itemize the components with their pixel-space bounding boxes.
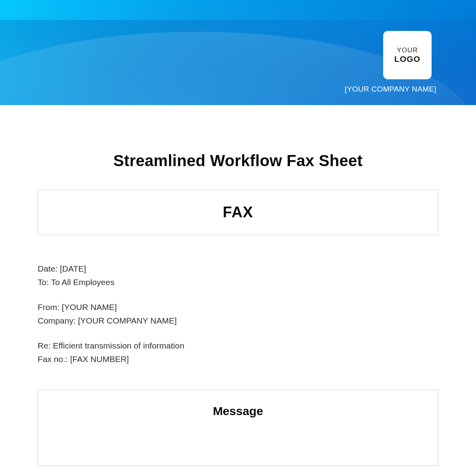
company-name-header: [YOUR COMPANY NAME] — [345, 85, 436, 94]
re-label: Re: — [38, 341, 53, 350]
field-faxno: Fax no.: [FAX NUMBER] — [38, 352, 438, 366]
field-date: Date: [DATE] — [38, 262, 438, 276]
field-group-subject: Re: Efficient transmission of informatio… — [38, 339, 438, 366]
date-value: [DATE] — [60, 264, 86, 273]
field-to: To: To All Employees — [38, 276, 438, 289]
fax-heading-box: FAX — [38, 190, 438, 235]
company-label: Company: — [38, 316, 78, 325]
message-box: Message — [38, 390, 438, 466]
header-banner: YOUR LOGO [YOUR COMPANY NAME] — [0, 0, 476, 105]
logo-text-bottom: LOGO — [394, 54, 420, 64]
company-value: [YOUR COMPANY NAME] — [78, 316, 177, 325]
faxno-value: [FAX NUMBER] — [70, 354, 129, 364]
to-label: To: — [38, 278, 51, 287]
from-label: From: — [38, 303, 62, 312]
field-company: Company: [YOUR COMPANY NAME] — [38, 314, 438, 328]
fax-fields: Date: [DATE] To: To All Employees From: … — [38, 262, 438, 366]
field-re: Re: Efficient transmission of informatio… — [38, 339, 438, 352]
field-group-recipient: Date: [DATE] To: To All Employees — [38, 262, 438, 289]
to-value: To All Employees — [51, 278, 114, 287]
field-from: From: [YOUR NAME] — [38, 301, 438, 314]
re-value: Efficient transmission of information — [53, 341, 184, 350]
logo-placeholder: YOUR LOGO — [383, 31, 432, 79]
document-title: Streamlined Workflow Fax Sheet — [38, 152, 438, 170]
message-heading-label: Message — [38, 404, 438, 418]
document-content: Streamlined Workflow Fax Sheet FAX Date:… — [0, 152, 476, 466]
fax-heading-label: FAX — [38, 204, 438, 221]
date-label: Date: — [38, 264, 60, 273]
field-group-sender: From: [YOUR NAME] Company: [YOUR COMPANY… — [38, 301, 438, 327]
logo-text-top: YOUR — [397, 46, 418, 54]
from-value: [YOUR NAME] — [62, 303, 117, 312]
faxno-label: Fax no.: — [38, 354, 70, 364]
